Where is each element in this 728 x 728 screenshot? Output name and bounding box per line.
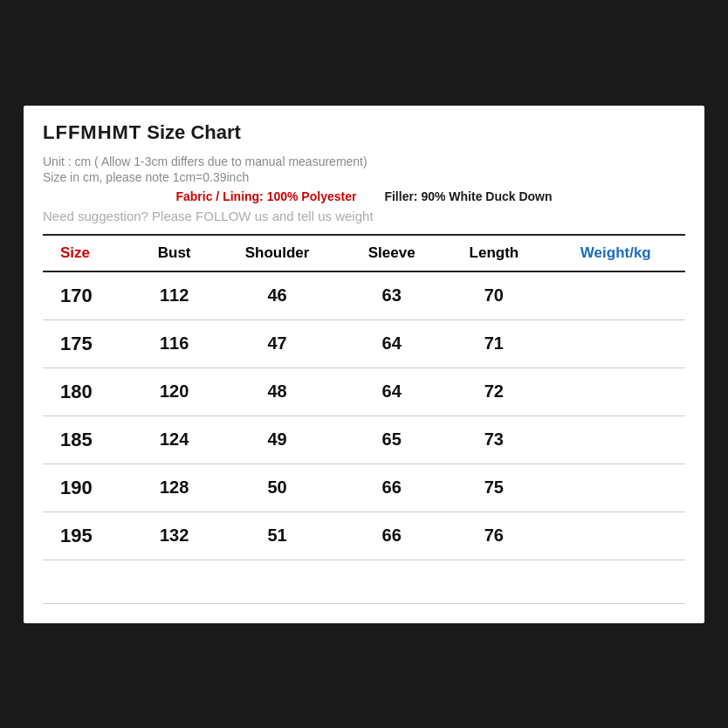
size-in-cm: Size in cm, please note 1cm=0.39inch	[43, 170, 685, 184]
cell-length: 72	[442, 367, 546, 416]
cell-bust	[135, 560, 212, 603]
cell-sleeve: 66	[341, 464, 442, 512]
chart-title: Size Chart	[147, 121, 241, 144]
cell-size: 180	[43, 367, 135, 416]
table-row: 180120486472	[43, 367, 685, 416]
cell-shoulder: 46	[213, 271, 341, 320]
cell-shoulder	[213, 560, 341, 603]
cell-length: 73	[442, 416, 546, 464]
fabric-label: Fabric / Lining: 100% Polyester	[175, 189, 356, 203]
cell-weight	[546, 512, 685, 560]
cell-weight	[546, 271, 685, 320]
header-size: Size	[43, 235, 135, 271]
brand-name: LFFMHMT	[43, 121, 141, 144]
cell-size: 190	[43, 464, 135, 512]
header-shoulder: Shoulder	[213, 235, 341, 271]
size-chart-card: LFFMHMT Size Chart Unit : cm ( Allow 1-3…	[24, 106, 704, 623]
cell-shoulder: 47	[213, 319, 341, 367]
cell-length: 71	[442, 319, 546, 367]
cell-sleeve: 63	[341, 271, 442, 320]
cell-shoulder: 50	[213, 464, 341, 512]
cell-length: 75	[442, 464, 546, 512]
cell-size: 195	[43, 512, 135, 560]
cell-length: 76	[442, 512, 546, 560]
table-header: Size Bust Shoulder Sleeve Length Weight/…	[43, 235, 685, 271]
cell-bust: 124	[135, 416, 212, 464]
cell-shoulder: 49	[213, 416, 341, 464]
fabric-filler-line: Fabric / Lining: 100% Polyester Filler: …	[43, 189, 685, 203]
table-row: 175116476471	[43, 319, 685, 367]
cell-bust: 132	[135, 512, 212, 560]
cell-shoulder: 48	[213, 367, 341, 416]
header-sleeve: Sleeve	[341, 235, 442, 271]
table-row: 185124496573	[43, 416, 685, 464]
cell-size	[43, 560, 135, 603]
suggestion-text: Need suggestion? Please FOLLOW us and te…	[43, 209, 685, 223]
header-weight: Weight/kg	[546, 235, 685, 271]
cell-weight	[546, 416, 685, 464]
cell-size: 170	[43, 271, 135, 320]
cell-bust: 120	[135, 367, 212, 416]
header-row: Size Bust Shoulder Sleeve Length Weight/…	[43, 235, 685, 271]
table-row: 195132516676	[43, 512, 685, 560]
cell-sleeve: 65	[341, 416, 442, 464]
cell-size: 175	[43, 319, 135, 367]
cell-length	[442, 560, 546, 603]
cell-weight	[546, 367, 685, 416]
cell-sleeve: 66	[341, 512, 442, 560]
cell-weight	[546, 464, 685, 512]
cell-sleeve: 64	[341, 319, 442, 367]
cell-length: 70	[442, 271, 546, 320]
cell-sleeve	[341, 560, 442, 603]
table-row: 190128506675	[43, 464, 685, 512]
table-body: 1701124663701751164764711801204864721851…	[43, 271, 685, 604]
unit-note: Unit : cm ( Allow 1-3cm differs due to m…	[43, 155, 685, 168]
cell-bust: 116	[135, 319, 212, 367]
cell-weight	[546, 560, 685, 603]
size-table: Size Bust Shoulder Sleeve Length Weight/…	[43, 234, 685, 604]
cell-sleeve: 64	[341, 367, 442, 416]
table-row	[43, 560, 685, 603]
cell-bust: 128	[135, 464, 212, 512]
cell-weight	[546, 319, 685, 367]
cell-shoulder: 51	[213, 512, 341, 560]
header-length: Length	[442, 235, 546, 271]
cell-size: 185	[43, 416, 135, 464]
table-row: 170112466370	[43, 271, 685, 320]
title-row: LFFMHMT Size Chart	[43, 121, 685, 144]
cell-bust: 112	[135, 271, 212, 320]
filler-label: Filler: 90% White Duck Down	[384, 189, 552, 203]
header-bust: Bust	[135, 235, 212, 271]
